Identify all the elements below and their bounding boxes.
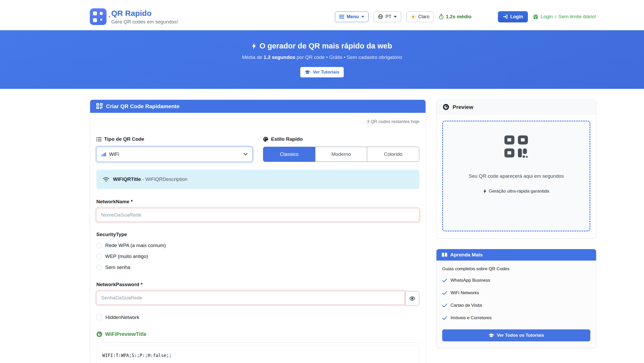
divider <box>96 342 419 343</box>
wifi-info-alert: WiFiQRTitle - WiFiQRDescription <box>96 170 419 189</box>
graduation-cap-icon <box>489 333 494 338</box>
qr-placeholder-icon <box>504 134 529 159</box>
check-icon <box>442 304 447 307</box>
style-button-colorido[interactable]: Colorido <box>367 147 419 162</box>
hero-banner: O gerador de QR mais rápido da web Média… <box>0 30 644 89</box>
check-icon <box>442 316 447 320</box>
login-button[interactable]: Login <box>498 11 528 22</box>
preview-card-title: Preview <box>453 104 473 110</box>
wifi-info-description: WiFiQRDescription <box>145 176 187 182</box>
qr-preview-dropzone: Seu QR code aparecerá aqui em segundos G… <box>442 121 590 231</box>
check-icon <box>442 279 447 282</box>
quota-remaining: 3 QR codes restantes hoje <box>96 119 419 124</box>
learn-item-wifi: WiFi Networks <box>442 287 590 299</box>
preview-body: Seu QR code aparecerá aqui em segundos G… <box>436 114 596 238</box>
eye-circle-icon <box>443 104 449 110</box>
menu-button[interactable]: Menu <box>335 11 368 22</box>
speed-badge: 1.2s médio <box>439 14 471 20</box>
eye-icon <box>409 296 415 301</box>
check-icon <box>442 291 447 295</box>
right-sidebar: Preview Seu QR code aparecer <box>436 100 596 348</box>
language-button[interactable]: PT <box>374 11 401 22</box>
login-promo-text: Login = Sem limite diário! <box>541 14 596 20</box>
brand-text: QR Rapido Gere QR codes em segundos! <box>111 9 178 25</box>
chevron-down-icon <box>361 16 364 18</box>
main-content: Criar QR Code Rapidamente 3 QR codes res… <box>90 100 596 363</box>
app-logo-qr-icon <box>90 8 107 25</box>
qr-form-card: Criar QR Code Rapidamente 3 QR codes res… <box>90 100 426 363</box>
preview-note-text: Geração ultra-rápida garantida <box>489 189 549 194</box>
hidden-network-label: HiddenNetwork <box>105 315 139 320</box>
wifi-code-text: WIFI:T:WPA;S:;P:;H:false;; <box>102 353 172 358</box>
speed-text: 1.2s médio <box>446 14 471 20</box>
learn-item-label: WhatsApp Business <box>451 278 490 283</box>
toggle-password-visibility-button[interactable] <box>405 291 419 306</box>
all-tutorials-button[interactable]: Ver Todos os Tutoriais <box>442 329 590 341</box>
hero-subtitle-prefix: Média de <box>242 54 264 60</box>
qr-type-select[interactable]: WiFi <box>96 147 253 162</box>
login-label: Login <box>510 14 523 20</box>
radio-nopass-label: Sem senha <box>105 264 130 270</box>
hamburger-icon <box>339 15 344 19</box>
preview-note: Geração ultra-rápida garantida <box>451 189 582 194</box>
login-promo: Login = Sem limite diário! <box>533 14 596 20</box>
security-option-wpa: Rede WPA (a mais comum) <box>96 240 419 251</box>
book-icon <box>442 253 447 257</box>
style-label-row: Estilo Rapido <box>263 136 419 142</box>
style-button-classico[interactable]: Classico <box>263 147 315 162</box>
view-tutorials-button[interactable]: Ver Tutoriais <box>300 67 344 77</box>
hidden-network-row: HiddenNetwork <box>96 315 419 320</box>
qr-type-label: Tipo de QR Code <box>104 136 144 142</box>
radio-nopass[interactable] <box>96 265 102 270</box>
app-title: QR Rapido <box>111 9 178 18</box>
qr-code-icon <box>96 103 103 109</box>
stopwatch-icon <box>439 14 444 20</box>
wifi-info-separator: - <box>141 176 145 182</box>
wifi-info-title: WiFiQRTitle <box>113 176 141 182</box>
brand: QR Rapido Gere QR codes em segundos! <box>90 8 178 25</box>
gift-icon <box>533 14 538 19</box>
learn-subtitle: Guias completos sobre QR Codes <box>442 266 590 272</box>
preview-placeholder-text: Seu QR code aparecerá aqui em segundos <box>459 171 574 181</box>
security-option-none: Sem senha <box>96 262 419 273</box>
style-button-moderno[interactable]: Moderno <box>315 147 367 162</box>
qr-type-label-row: Tipo de QR Code <box>96 136 253 142</box>
hero-title: O gerador de QR mais rápido da web <box>252 42 392 50</box>
palette-icon <box>263 137 268 142</box>
learn-more-card: Aprenda Mais Guias completos sobre QR Co… <box>436 249 596 348</box>
sun-icon <box>410 14 416 20</box>
hero-subtitle: Média de 1.2 segundos por QR code • Grát… <box>242 54 402 60</box>
preview-card-header: Preview <box>436 100 596 114</box>
lightning-icon <box>252 43 256 50</box>
login-arrow-icon <box>503 14 508 19</box>
learn-item-label: Imóveis e Corretores <box>451 315 492 321</box>
security-type-options: Rede WPA (a mais comum) WEP (muito antig… <box>96 240 419 273</box>
theme-label: Claro <box>418 14 429 20</box>
page: QR Rapido Gere QR codes em segundos! Men… <box>0 0 644 363</box>
chevron-down-icon <box>394 16 397 18</box>
hidden-network-checkbox[interactable] <box>96 315 102 320</box>
radio-wpa[interactable] <box>96 243 102 248</box>
graduation-cap-icon <box>305 70 310 75</box>
style-button-group: Classico Moderno Colorido <box>263 147 419 162</box>
view-tutorials-label: Ver Tutoriais <box>313 70 339 75</box>
learn-item-label: WiFi Networks <box>451 290 479 296</box>
eye-circle-icon <box>96 331 102 337</box>
language-label: PT <box>385 14 391 20</box>
header-actions: Menu PT <box>335 11 596 22</box>
network-password-label: NetworkPassword * <box>96 282 419 287</box>
security-type-label: SecurityType <box>96 232 419 237</box>
wifi-preview-heading: WiFiPreviewTitle <box>96 331 419 337</box>
network-password-input[interactable] <box>96 291 405 305</box>
preview-card: Preview Seu QR code aparecer <box>436 100 596 238</box>
form-body: 3 QR codes restantes hoje Tipo <box>90 113 426 363</box>
radio-wep-label: WEP (muito antigo) <box>105 254 148 259</box>
radio-wep[interactable] <box>96 254 102 259</box>
hero-subtitle-bold: 1.2 segundos <box>264 54 295 60</box>
wifi-preview-heading-text: WiFiPreviewTitle <box>105 331 146 337</box>
theme-toggle-button[interactable]: Claro <box>406 11 434 22</box>
learn-card-title: Aprenda Mais <box>450 252 483 258</box>
lightning-icon <box>483 189 486 194</box>
password-input-group <box>96 291 419 306</box>
network-name-input[interactable] <box>96 208 419 222</box>
